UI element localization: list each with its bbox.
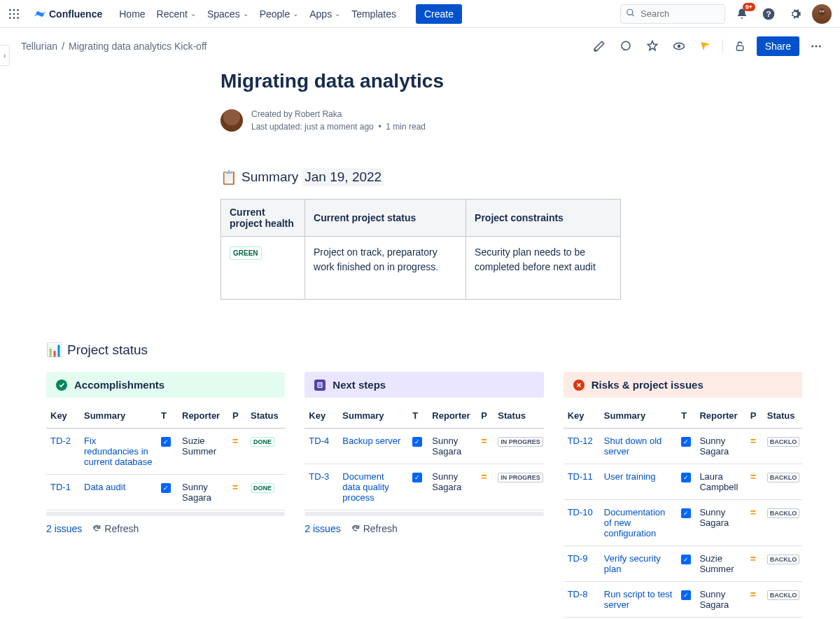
issue-key[interactable]: TD-8	[568, 589, 588, 599]
task-type-icon: ✓	[681, 590, 691, 600]
share-button[interactable]: Share	[757, 36, 799, 56]
app-switcher-icon[interactable]	[8, 7, 22, 21]
svg-line-10	[632, 14, 634, 16]
summary-col: Current project health	[221, 200, 305, 237]
page-actions: Share	[589, 36, 826, 56]
issue-summary[interactable]: Documentation of new configuration	[604, 507, 665, 538]
issue-key[interactable]: TD-4	[309, 436, 329, 446]
reporter: Laura Campbell	[695, 464, 746, 500]
search-input[interactable]	[620, 4, 725, 24]
expand-sidebar-button[interactable]: ›	[0, 45, 10, 66]
issue-summary[interactable]: Run script to test server	[604, 589, 673, 610]
summary-table: Current project healthCurrent project st…	[220, 199, 621, 300]
table-row: TD-1Data audit✓Sunny Sagara=DONE	[46, 475, 286, 510]
issue-summary[interactable]: Fix redundancies in current database	[84, 436, 153, 467]
watch-icon[interactable]	[669, 36, 689, 56]
nav-apps[interactable]: Apps⌄	[304, 4, 346, 24]
issue-summary[interactable]: Shut down old server	[604, 436, 662, 457]
risks-table: KeySummaryTReporterPStatus TD-12Shut dow…	[564, 403, 802, 618]
scroll-indicator[interactable]	[46, 512, 285, 516]
chevron-down-icon: ⌄	[335, 10, 340, 18]
breadcrumb-page[interactable]: Migrating data analytics Kick-off	[69, 41, 206, 52]
refresh-button[interactable]: Refresh	[351, 523, 398, 534]
clipboard-icon: 📋	[220, 169, 237, 186]
reporter: Sunny Sagara	[695, 582, 746, 618]
summary-heading: 📋 Summary Jan 19, 2022	[220, 168, 621, 186]
settings-icon[interactable]	[785, 4, 805, 24]
issue-summary[interactable]: Verify security plan	[604, 553, 661, 574]
reporter: Suzie Summer	[695, 546, 746, 582]
svg-point-6	[9, 17, 11, 19]
col-header: Reporter	[695, 403, 746, 429]
issue-summary[interactable]: User training	[604, 471, 656, 482]
col-header: P	[228, 403, 246, 429]
status-text: Project on track, preparatory work finis…	[305, 237, 466, 300]
search-icon	[626, 8, 636, 20]
issue-key[interactable]: TD-1	[50, 482, 71, 492]
profile-avatar[interactable]	[812, 4, 832, 24]
status-lozenge: BACKLO	[767, 508, 800, 518]
priority-icon: =	[481, 436, 486, 447]
accomplishments-table: KeySummaryTReporterPStatus TD-2Fix redun…	[46, 403, 286, 510]
table-row: TD-11User training✓Laura Campbell=BACKLO	[564, 464, 802, 500]
read-time: 1 min read	[386, 122, 426, 132]
created-by: Created by Robert Raka	[251, 108, 426, 120]
health-badge: GREEN	[230, 246, 262, 260]
issues-count-link[interactable]: 2 issues	[46, 523, 82, 534]
col-header: Summary	[600, 403, 677, 429]
col-header: Status	[246, 403, 286, 429]
table-row: TD-3Document data quality process✓Sunny …	[304, 464, 544, 510]
priority-icon: =	[750, 507, 756, 518]
presenter-icon[interactable]	[696, 36, 715, 56]
svg-point-17	[822, 11, 823, 11]
issue-key[interactable]: TD-9	[568, 553, 588, 564]
issue-summary[interactable]: Document data quality process	[342, 471, 389, 503]
issue-key[interactable]: TD-2	[50, 436, 71, 446]
issue-summary[interactable]: Backup server	[342, 436, 400, 446]
svg-point-3	[9, 13, 11, 15]
chevron-down-icon: ⌄	[243, 10, 248, 18]
nav-templates[interactable]: Templates	[346, 4, 402, 24]
accomplishments-header: Accomplishments	[46, 372, 285, 398]
task-type-icon: ✓	[161, 437, 171, 447]
edit-icon[interactable]	[589, 36, 609, 56]
status-lozenge: IN PROGRES	[498, 473, 543, 482]
status-lozenge: BACKLO	[767, 555, 800, 564]
nav-spaces[interactable]: Spaces⌄	[202, 4, 254, 24]
issue-key[interactable]: TD-10	[568, 507, 593, 517]
notification-badge: 9+	[743, 3, 755, 11]
refresh-button[interactable]: Refresh	[92, 523, 139, 534]
svg-point-5	[17, 13, 19, 15]
issues-count-link[interactable]: 2 issues	[304, 523, 340, 534]
task-type-icon: ✓	[161, 483, 171, 493]
create-button[interactable]: Create	[416, 4, 462, 24]
issue-summary[interactable]: Data audit	[84, 482, 125, 492]
issue-key[interactable]: TD-12	[568, 436, 593, 446]
task-type-icon: ✓	[681, 473, 691, 482]
svg-point-9	[627, 9, 633, 15]
comment-icon[interactable]	[616, 36, 636, 56]
nav-recent[interactable]: Recent⌄	[151, 4, 202, 24]
author-avatar[interactable]	[220, 109, 243, 132]
notifications-icon[interactable]: 9+	[732, 4, 752, 24]
confluence-logo[interactable]: Confluence	[34, 8, 102, 20]
col-header: Status	[763, 403, 802, 429]
nav-people[interactable]: People⌄	[254, 4, 304, 24]
col-header: T	[157, 403, 178, 429]
task-type-icon: ✓	[681, 508, 691, 518]
more-actions-icon[interactable]	[806, 36, 826, 56]
issue-key[interactable]: TD-11	[568, 471, 593, 482]
help-icon[interactable]: ?	[759, 4, 778, 24]
issue-key[interactable]: TD-3	[309, 471, 329, 482]
breadcrumb-space[interactable]: Tellurian	[21, 41, 57, 52]
scroll-indicator[interactable]	[304, 512, 543, 516]
status-lozenge: BACKLO	[767, 473, 800, 482]
restrictions-icon[interactable]	[730, 36, 750, 56]
status-lozenge: IN PROGRES	[498, 437, 543, 447]
table-row: TD-12Shut down old server✓Sunny Sagara=B…	[564, 429, 802, 464]
star-icon[interactable]	[643, 36, 662, 56]
next-steps-header: Next steps	[304, 372, 543, 398]
table-row: TD-4Backup server✓Sunny Sagara=IN PROGRE…	[304, 429, 544, 464]
nav-home[interactable]: Home	[113, 4, 150, 24]
risks-column: Risks & project issues KeySummaryTReport…	[564, 372, 802, 619]
